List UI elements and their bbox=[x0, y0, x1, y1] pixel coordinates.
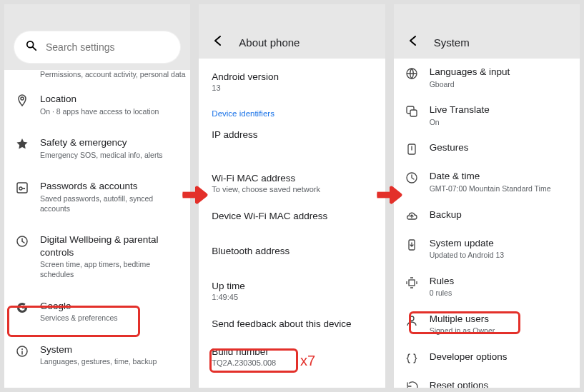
row-google[interactable]: GoogleServices & preferences bbox=[4, 290, 190, 333]
reset-icon bbox=[404, 381, 420, 388]
row-wifi-mac[interactable]: Wi-Fi MAC addressTo view, choose saved n… bbox=[212, 173, 372, 194]
search-icon bbox=[26, 40, 37, 54]
back-arrow-icon[interactable] bbox=[407, 34, 420, 50]
search-input[interactable] bbox=[46, 41, 171, 53]
row-about-phone[interactable]: About phonePixel 7 bbox=[4, 377, 190, 388]
system-update-icon bbox=[404, 238, 420, 251]
row-passwords-accounts[interactable]: Passwords & accountsSaved passwords, aut… bbox=[4, 170, 190, 223]
settings-screen: Permissions, account activity, personal … bbox=[4, 4, 190, 388]
row-languages-input[interactable]: Languages & inputGboard bbox=[394, 59, 580, 96]
annotation-x7-label: x7 bbox=[300, 353, 315, 369]
row-backup[interactable]: Backup bbox=[394, 201, 580, 230]
search-pill[interactable] bbox=[14, 31, 180, 63]
row-safety-emergency[interactable]: Safety & emergencyEmergency SOS, medical… bbox=[4, 126, 190, 170]
row-gestures[interactable]: Gestures bbox=[394, 134, 580, 163]
back-arrow-icon[interactable] bbox=[212, 34, 224, 50]
system-screen: System Languages & inputGboard Live Tran… bbox=[394, 4, 580, 388]
location-pin-icon bbox=[14, 94, 30, 107]
clock-icon bbox=[404, 171, 420, 184]
row-system-update[interactable]: System updateUpdated to Android 13 bbox=[394, 230, 580, 268]
truncated-subtitle: Permissions, account activity, personal … bbox=[4, 70, 190, 83]
info-icon bbox=[14, 345, 30, 358]
row-developer-options[interactable]: Developer options bbox=[394, 343, 580, 372]
row-ip-address[interactable]: IP address bbox=[212, 129, 372, 140]
wellbeing-icon bbox=[14, 235, 30, 248]
section-device-identifiers: Device identifiers bbox=[212, 109, 372, 118]
google-icon bbox=[14, 301, 30, 314]
row-system[interactable]: SystemLanguages, gestures, time, backup bbox=[4, 333, 190, 377]
row-rules[interactable]: Rules0 rules bbox=[394, 268, 580, 306]
row-digital-wellbeing[interactable]: Digital Wellbeing & parental controlsScr… bbox=[4, 223, 190, 289]
translate-icon bbox=[404, 105, 420, 118]
row-reset-options[interactable]: Reset options bbox=[394, 372, 580, 388]
key-icon bbox=[14, 181, 30, 194]
row-multiple-users[interactable]: Multiple usersSigned in as Owner bbox=[394, 306, 580, 343]
row-bluetooth-address[interactable]: Bluetooth address bbox=[212, 246, 372, 256]
gesture-icon bbox=[404, 143, 420, 156]
page-title: About phone bbox=[239, 36, 300, 49]
row-build-number[interactable]: Build numberTQ2A.230305.008 bbox=[212, 346, 372, 367]
braces-icon bbox=[404, 352, 420, 365]
row-uptime[interactable]: Up time1:49:45 bbox=[212, 281, 372, 301]
row-location[interactable]: LocationOn · 8 apps have access to locat… bbox=[4, 83, 190, 126]
row-date-time[interactable]: Date & timeGMT-07:00 Mountain Standard T… bbox=[394, 163, 580, 201]
row-android-version[interactable]: Android version 13 bbox=[212, 71, 372, 92]
row-device-wifi-mac[interactable]: Device Wi-Fi MAC address bbox=[212, 211, 372, 221]
users-icon bbox=[404, 314, 420, 327]
cloud-upload-icon bbox=[404, 210, 420, 223]
row-send-feedback[interactable]: Send feedback about this device bbox=[212, 318, 372, 329]
row-live-translate[interactable]: Live TranslateOn bbox=[394, 96, 580, 134]
page-title: System bbox=[434, 36, 470, 49]
asterisk-icon bbox=[14, 138, 30, 151]
globe-icon bbox=[404, 67, 420, 80]
about-phone-screen: About phone Android version 13 Device id… bbox=[199, 4, 385, 388]
rules-icon bbox=[404, 276, 420, 289]
